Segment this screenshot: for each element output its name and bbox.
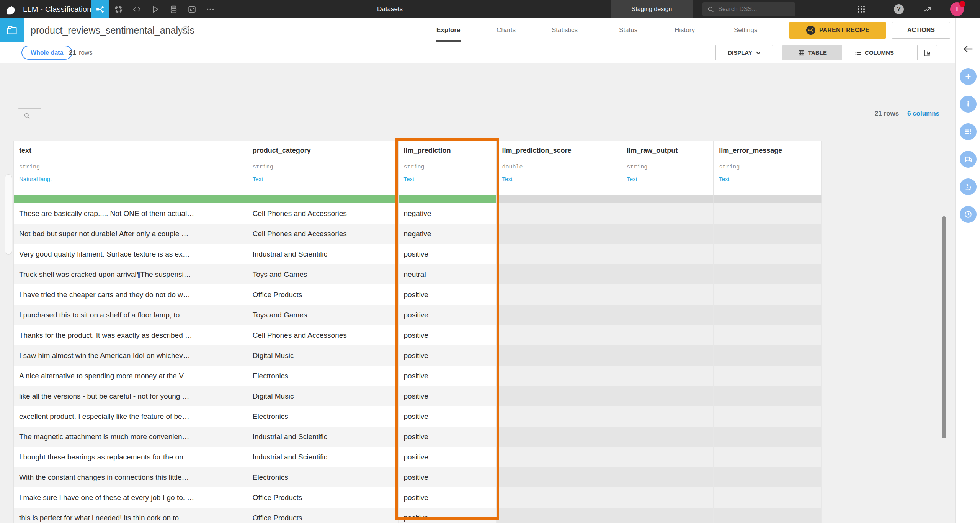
table-search-box[interactable] [18,108,41,123]
global-search-input[interactable] [718,6,783,13]
cell-text[interactable]: Very good quality filament. Surface text… [14,244,247,264]
cell-llm_error_message[interactable] [714,447,822,467]
help-icon[interactable]: ? [891,0,906,18]
cell-llm_raw_output[interactable] [621,427,714,447]
cell-llm_raw_output[interactable] [621,264,714,284]
cell-text[interactable]: A nice alternative to spending more mone… [14,366,247,386]
dataiku-logo[interactable] [4,3,18,16]
dashboard-icon[interactable] [183,0,201,18]
cell-llm_prediction_score[interactable] [497,244,621,264]
more-icon[interactable] [201,0,219,18]
cell-text[interactable]: I make sure I have one of these at every… [14,487,247,508]
cell-llm_prediction_score[interactable] [497,325,621,345]
cell-product_category[interactable]: Office Products [247,508,399,523]
cell-llm_prediction[interactable]: positive [399,487,497,508]
column-header-llm_prediction_score[interactable]: llm_prediction_scoredoubleText [497,141,621,195]
cell-text[interactable]: Thanks for the product. It was exactly a… [14,325,247,345]
cell-llm_error_message[interactable] [714,386,822,406]
history-icon[interactable] [960,206,977,223]
cell-llm_error_message[interactable] [714,345,822,366]
cell-text[interactable]: These are basically crap..... Not ONE of… [14,203,247,224]
view-columns-button[interactable]: COLUMNS [842,45,906,60]
cell-llm_prediction_score[interactable] [497,203,621,224]
cell-llm_prediction[interactable]: negative [399,203,497,224]
cell-llm_error_message[interactable] [714,467,822,487]
cell-product_category[interactable]: Digital Music [247,386,399,406]
cell-llm_prediction_score[interactable] [497,467,621,487]
cell-llm_error_message[interactable] [714,305,822,325]
cell-llm_prediction_score[interactable] [497,386,621,406]
apps-grid-icon[interactable] [854,0,869,18]
tab-charts[interactable]: Charts [497,18,516,42]
cell-llm_error_message[interactable] [714,244,822,264]
cell-llm_prediction_score[interactable] [497,305,621,325]
info-icon[interactable] [960,96,977,113]
column-meaning-link[interactable]: Natural lang. [19,176,247,182]
display-menu-button[interactable]: DISPLAY [715,45,773,60]
cell-llm_raw_output[interactable] [621,284,714,305]
cell-llm_prediction[interactable]: positive [399,345,497,366]
cell-llm_prediction_score[interactable] [497,345,621,366]
column-meaning-link[interactable]: Text [404,176,497,182]
column-meaning-link[interactable]: Text [719,176,821,182]
cell-llm_prediction[interactable]: neutral [399,264,497,284]
tab-explore[interactable]: Explore [436,18,460,42]
cell-text[interactable]: With the constant changes in connections… [14,467,247,487]
discussions-icon[interactable] [960,151,977,168]
cell-llm_raw_output[interactable] [621,366,714,386]
column-header-text[interactable]: textstringNatural lang. [14,141,247,195]
lab-icon[interactable] [109,0,127,18]
cell-llm_prediction_score[interactable] [497,427,621,447]
cell-llm_raw_output[interactable] [621,325,714,345]
cell-text[interactable]: The magnetic attachment is much more con… [14,427,247,447]
cell-llm_prediction_score[interactable] [497,508,621,523]
cell-llm_raw_output[interactable] [621,244,714,264]
collapse-panel-arrow-icon[interactable] [962,43,974,55]
cell-llm_raw_output[interactable] [621,203,714,224]
tab-statistics[interactable]: Statistics [552,18,578,42]
column-header-llm_prediction[interactable]: llm_predictionstringText [399,141,497,195]
schema-icon[interactable] [960,123,977,140]
cell-product_category[interactable]: Industrial and Scientific [247,427,399,447]
column-header-llm_error_message[interactable]: llm_error_messagestringText [714,141,822,195]
cell-text[interactable]: I purchased this to sit on a shelf of a … [14,305,247,325]
cell-product_category[interactable]: Cell Phones and Accessories [247,203,399,224]
cell-llm_prediction[interactable]: positive [399,406,497,427]
cell-product_category[interactable]: Office Products [247,284,399,305]
plus-icon[interactable] [960,68,977,85]
cell-text[interactable]: excellent product. I especially like the… [14,406,247,427]
cell-llm_raw_output[interactable] [621,345,714,366]
cell-product_category[interactable]: Cell Phones and Accessories [247,224,399,244]
cell-text[interactable]: this is perfect for what i needed! its t… [14,508,247,523]
cell-llm_error_message[interactable] [714,284,822,305]
cell-product_category[interactable]: Toys and Games [247,264,399,284]
cell-product_category[interactable]: Digital Music [247,345,399,366]
lab-scope-icon[interactable] [960,178,977,195]
cell-product_category[interactable]: Electronics [247,366,399,386]
column-header-product_category[interactable]: product_categorystringText [247,141,399,195]
cell-text[interactable]: like all the versions - but be careful -… [14,386,247,406]
cell-llm_error_message[interactable] [714,406,822,427]
cell-llm_prediction[interactable]: positive [399,284,497,305]
cell-llm_raw_output[interactable] [621,305,714,325]
cell-text[interactable]: Not bad but super not durable! After onl… [14,224,247,244]
cell-llm_prediction_score[interactable] [497,447,621,467]
cell-llm_raw_output[interactable] [621,224,714,244]
cell-llm_prediction[interactable]: positive [399,366,497,386]
flow-icon[interactable] [91,0,109,18]
cell-llm_prediction[interactable]: positive [399,427,497,447]
cell-llm_raw_output[interactable] [621,386,714,406]
cell-text[interactable]: I bought these bearings as replacements … [14,447,247,467]
tab-status[interactable]: Status [619,18,637,42]
cell-llm_error_message[interactable] [714,487,822,508]
column-meaning-link[interactable]: Text [627,176,713,182]
run-icon[interactable] [146,0,164,18]
cell-llm_error_message[interactable] [714,203,822,224]
cell-llm_error_message[interactable] [714,427,822,447]
cell-llm_error_message[interactable] [714,325,822,345]
cell-llm_prediction[interactable]: positive [399,244,497,264]
cell-text[interactable]: Truck shell was cracked upon arrival¶The… [14,264,247,284]
cell-product_category[interactable]: Toys and Games [247,305,399,325]
tab-settings[interactable]: Settings [734,18,757,42]
cell-llm_raw_output[interactable] [621,508,714,523]
